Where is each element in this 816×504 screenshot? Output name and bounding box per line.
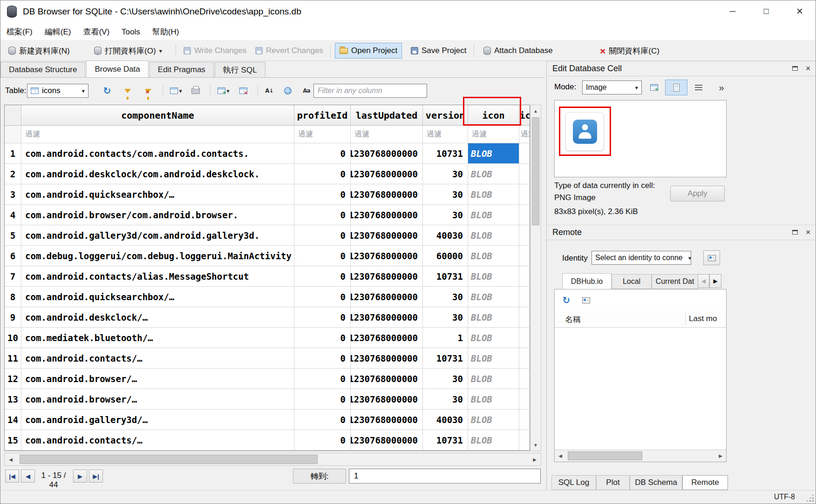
cell-icon[interactable]: BLOB [468,389,519,410]
cell-icon[interactable]: BLOB [468,205,519,225]
minimize-button[interactable]: ─ [716,0,749,22]
cell-icon[interactable]: BLOB [468,143,519,164]
cell-profileId[interactable]: 0 [294,287,351,307]
cell-lastUpdated[interactable]: 1230768000000 [351,246,423,266]
cell-version[interactable]: 10731 [423,266,468,287]
remote-refresh-button[interactable]: ↻ [560,294,572,306]
cell-profileId[interactable]: 0 [294,246,351,266]
column-header-icon[interactable]: icon [468,105,519,126]
scroll-right-icon[interactable]: ▶ [715,450,726,462]
open-database-dropdown-icon[interactable]: ▾ [159,47,163,54]
cell-componentName[interactable]: com.android.browser/… [21,389,294,410]
remote-column-last-modified[interactable]: Last mo [689,314,726,323]
scroll-down-icon[interactable]: ▼ [530,439,541,450]
remote-scrollbar-thumb[interactable] [568,451,642,460]
image-view-toggle-button[interactable] [665,80,687,95]
cell-componentName[interactable]: com.android.quicksearchbox/… [21,184,294,205]
cell-profileId[interactable]: 0 [294,143,351,164]
print-button[interactable] [189,84,203,98]
format-button[interactable]: Aa [299,84,313,98]
column-header-version[interactable]: version [423,105,468,126]
cell-componentName[interactable]: com.mediatek.bluetooth/… [21,328,294,348]
row-number[interactable]: 2 [5,164,21,184]
cell-extra[interactable] [519,184,530,205]
column-header-profileId[interactable]: profileId [294,105,351,126]
resize-grip-icon[interactable] [807,495,814,502]
cell-icon[interactable]: BLOB [468,225,519,246]
cell-version[interactable]: 30 [423,307,468,328]
cell-version[interactable]: 30 [423,389,468,410]
cell-profileId[interactable]: 0 [294,205,351,225]
cell-version[interactable]: 10731 [423,348,468,369]
sort-asc-button[interactable]: A↓ [262,84,276,98]
cell-componentName[interactable]: com.android.gallery3d/com.android.galler… [21,225,294,246]
cell-componentName[interactable]: com.android.quicksearchbox/… [21,287,294,307]
remote-tab-local[interactable]: Local [612,274,652,289]
cell-extra[interactable] [519,266,530,287]
apply-button[interactable]: Apply [670,186,725,202]
row-number[interactable]: 12 [5,369,21,389]
cell-version[interactable]: 1 [423,328,468,348]
cell-extra[interactable] [519,328,530,348]
import-data-button[interactable]: + [646,80,661,95]
cell-extra[interactable] [519,389,530,410]
menu-edit[interactable]: 編輯(E) [39,24,77,40]
cell-extra[interactable] [519,348,530,369]
cell-version[interactable]: 40030 [423,410,468,430]
save-view-button[interactable]: ▾ [167,84,185,98]
cell-version[interactable]: 30 [423,287,468,307]
cell-lastUpdated[interactable]: 1230768000000 [351,184,423,205]
row-number[interactable]: 5 [5,225,21,246]
horizontal-scrollbar-thumb[interactable] [20,455,318,464]
cell-profileId[interactable]: 0 [294,348,351,369]
row-number[interactable]: 3 [5,184,21,205]
remote-close-button[interactable]: × [802,227,814,238]
cell-version[interactable]: 10731 [423,143,468,164]
write-changes-button[interactable]: Write Changes [179,43,251,59]
cell-icon[interactable]: BLOB [468,369,519,389]
cell-extra[interactable] [519,225,530,246]
new-database-button[interactable]: 新建資料庫(N) [4,43,74,59]
cell-profileId[interactable]: 0 [294,164,351,184]
scroll-up-icon[interactable]: ▲ [530,105,541,116]
row-number[interactable]: 14 [5,410,21,430]
remote-column-name[interactable]: 名稱 [565,314,581,325]
scroll-left-icon[interactable]: ◀ [5,453,17,465]
cell-icon[interactable]: BLOB [468,184,519,205]
vertical-scrollbar-thumb[interactable] [532,117,539,225]
cell-lastUpdated[interactable]: 1230768000000 [351,205,423,225]
revert-changes-button[interactable]: Revert Changes [251,43,327,59]
cell-componentName[interactable]: com.android.deskclock/com.android.deskcl… [21,164,294,184]
dock-tab-sql-log[interactable]: SQL Log [551,475,596,490]
cell-extra[interactable] [519,246,530,266]
filter-button[interactable] [121,84,135,98]
cell-extra[interactable] [519,410,530,430]
mode-select[interactable]: Image ▾ [582,81,642,94]
column-header-partial[interactable]: ic [519,105,530,126]
cell-extra[interactable] [519,143,530,164]
clear-filters-button[interactable]: × [141,84,155,98]
table-vertical-scrollbar[interactable]: ▲ ▼ [530,105,541,451]
encoding-indicator[interactable]: UTF-8 [774,493,795,501]
tab-execute-sql[interactable]: 執行 SQL [215,62,265,77]
remote-clone-button[interactable] [580,294,592,306]
open-project-button[interactable]: Open Project [335,43,402,59]
cell-lastUpdated[interactable]: 1230768000000 [351,348,423,369]
cell-profileId[interactable]: 0 [294,328,351,348]
cell-extra[interactable] [519,369,530,389]
column-header-componentName[interactable]: componentName [21,105,294,126]
cell-profileId[interactable]: 0 [294,307,351,328]
cell-lastUpdated[interactable]: 1230768000000 [351,307,423,328]
tab-browse-data[interactable]: Browse Data [86,60,148,77]
edit-cell-close-button[interactable]: × [802,63,814,74]
cell-icon[interactable]: BLOB [468,266,519,287]
identity-select[interactable]: Select an identity to conne ▾ [592,251,691,265]
cell-lastUpdated[interactable]: 1230768000000 [351,143,423,164]
encoding-button[interactable] [281,84,295,98]
cell-icon[interactable]: BLOB [468,164,519,184]
cell-profileId[interactable]: 0 [294,410,351,430]
cell-lastUpdated[interactable]: 1230768000000 [351,266,423,287]
cell-lastUpdated[interactable]: 1230768000000 [351,164,423,184]
menu-view[interactable]: 查看(V) [77,24,116,40]
cell-profileId[interactable]: 0 [294,430,351,450]
